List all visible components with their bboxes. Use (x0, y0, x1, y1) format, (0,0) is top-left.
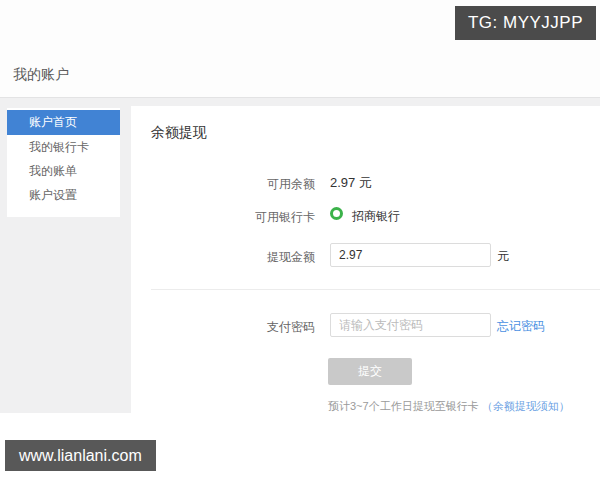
sidebar-item-account-home[interactable]: 账户首页 (7, 110, 120, 135)
note-text: 预计3~7个工作日提现至银行卡 (328, 400, 482, 412)
page-title: 我的账户 (13, 66, 69, 84)
payment-password-input[interactable] (330, 313, 491, 337)
sidebar-item-account-settings[interactable]: 账户设置 (7, 183, 120, 207)
withdrawal-notice-link[interactable]: （余额提现须知） (482, 400, 570, 412)
withdraw-amount-input[interactable] (330, 243, 491, 267)
withdrawal-note: 预计3~7个工作日提现至银行卡 （余额提现须知） (328, 399, 570, 414)
bank-name[interactable]: 招商银行 (352, 208, 400, 225)
sidebar-item-my-bills[interactable]: 我的账单 (7, 159, 120, 183)
withdrawal-panel: 余额提现 可用余额 2.97 元 可用银行卡 招商银行 提现金额 元 支付密码 … (131, 106, 600, 414)
sidebar-menu: 账户首页 我的银行卡 我的账单 账户设置 (7, 108, 120, 217)
available-bank-card-label: 可用银行卡 (195, 209, 315, 226)
form-divider (151, 289, 600, 290)
submit-button[interactable]: 提交 (328, 358, 412, 385)
tg-contact-badge: TG: MYYJJPP (455, 6, 596, 40)
site-watermark: www.lianlani.com (5, 440, 156, 471)
withdraw-amount-label: 提现金额 (195, 249, 315, 266)
balance-unit: 元 (359, 175, 372, 190)
available-balance-value: 2.97 元 (330, 174, 372, 192)
forgot-password-link[interactable]: 忘记密码 (497, 318, 545, 335)
sidebar-item-my-bank-cards[interactable]: 我的银行卡 (7, 135, 120, 159)
amount-unit: 元 (497, 248, 509, 265)
content-background: 账户首页 我的银行卡 我的账单 账户设置 余额提现 可用余额 2.97 元 可用… (0, 97, 600, 413)
bank-card-radio-selected-icon[interactable] (330, 207, 343, 220)
panel-title: 余额提现 (151, 124, 207, 142)
balance-amount: 2.97 (330, 175, 355, 190)
available-balance-label: 可用余额 (195, 176, 315, 193)
payment-password-label: 支付密码 (195, 319, 315, 336)
